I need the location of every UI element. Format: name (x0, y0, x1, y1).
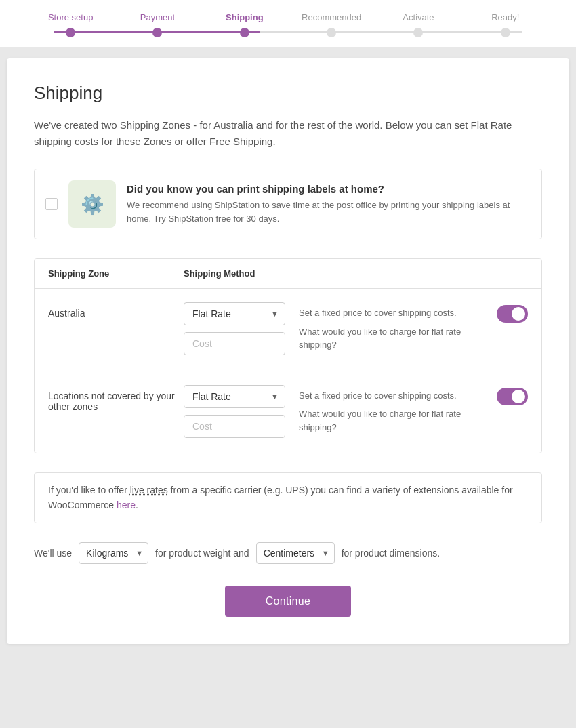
method-select-0[interactable]: Flat RateFree ShippingLocal Pickup (184, 302, 285, 325)
units-suffix: for product dimensions. (342, 548, 440, 559)
weight-select[interactable]: KilogramsPoundsGramsOunces (79, 542, 148, 564)
col-zone-header: Shipping Zone (48, 268, 184, 279)
table-row: AustraliaFlat RateFree ShippingLocal Pic… (35, 289, 541, 371)
toggle-1[interactable] (497, 388, 528, 405)
step-payment[interactable]: Payment (114, 12, 201, 47)
cost-input-1[interactable] (184, 415, 285, 438)
progress-bar: Store setupPaymentShippingRecommendedAct… (0, 0, 576, 47)
method-select-wrapper-0: Flat RateFree ShippingLocal Pickup▼ (184, 302, 285, 325)
toggle-slider-0 (497, 305, 528, 323)
step-ready[interactable]: Ready! (462, 12, 549, 47)
banner-title: Did you know you can print shipping labe… (127, 183, 531, 195)
intro-text: We've created two Shipping Zones - for A… (34, 117, 542, 150)
shipstation-checkbox[interactable] (45, 198, 58, 210)
step-shipping[interactable]: Shipping (201, 12, 288, 47)
toggle-slider-1 (497, 388, 528, 405)
page-title: Shipping (34, 83, 542, 104)
banner-body: We recommend using ShipStation to save t… (127, 199, 531, 225)
shipping-table: Shipping Zone Shipping Method AustraliaF… (34, 258, 542, 453)
desc-line1-0: Set a fixed price to cover shipping cost… (299, 306, 483, 320)
cost-input-0[interactable] (184, 332, 285, 355)
step-activate[interactable]: Activate (375, 12, 461, 47)
main-content: Shipping We've created two Shipping Zone… (7, 58, 569, 644)
here-link[interactable]: here (117, 500, 136, 510)
continue-button[interactable]: Continue (225, 586, 351, 617)
desc-line2-1: What would you like to charge for flat r… (299, 407, 483, 434)
live-rates-text-before: If you'd like to offer (48, 485, 130, 496)
step-recommended[interactable]: Recommended (288, 12, 375, 47)
method-select-wrapper-1: Flat RateFree ShippingLocal Pickup▼ (184, 385, 285, 408)
weight-select-wrapper: KilogramsPoundsGramsOunces ▼ (79, 542, 148, 564)
units-prefix: We'll use (34, 548, 72, 559)
step-dot-store-setup (66, 28, 75, 37)
live-rates-text-after: . (136, 500, 138, 510)
zone-name-1: Locations not covered by your other zone… (48, 385, 184, 412)
step-label-activate: Activate (403, 12, 434, 22)
method-desc-0: Set a fixed price to cover shipping cost… (299, 302, 483, 357)
method-config-1: Flat RateFree ShippingLocal Pickup▼Set a… (184, 385, 528, 440)
live-rates-link[interactable]: live rates (130, 485, 168, 496)
gear-icon: ⚙️ (81, 193, 104, 216)
dimension-select[interactable]: CentimetersInchesMillimetersYards (256, 542, 335, 564)
method-select-1[interactable]: Flat RateFree ShippingLocal Pickup (184, 385, 285, 408)
method-inputs-1: Flat RateFree ShippingLocal Pickup▼ (184, 385, 285, 438)
dimension-select-wrapper: CentimetersInchesMillimetersYards ▼ (256, 542, 335, 564)
table-header: Shipping Zone Shipping Method (35, 259, 541, 289)
step-label-store-setup: Store setup (48, 12, 94, 22)
method-config-0: Flat RateFree ShippingLocal Pickup▼Set a… (184, 302, 528, 357)
method-desc-1: Set a fixed price to cover shipping cost… (299, 385, 483, 440)
shipstation-banner: ⚙️ Did you know you can print shipping l… (34, 169, 542, 239)
step-dot-ready (501, 28, 510, 37)
shipstation-logo: ⚙️ (68, 180, 116, 228)
zone-name-0: Australia (48, 302, 184, 319)
toggle-0[interactable] (497, 305, 528, 323)
step-dot-recommended (327, 28, 336, 37)
step-dot-payment (152, 28, 162, 37)
live-rates-note: If you'd like to offer live rates from a… (34, 472, 542, 523)
step-label-ready: Ready! (491, 12, 519, 22)
step-store-setup[interactable]: Store setup (27, 12, 114, 47)
table-row: Locations not covered by your other zone… (35, 371, 541, 453)
banner-text: Did you know you can print shipping labe… (127, 183, 531, 225)
method-inputs-0: Flat RateFree ShippingLocal Pickup▼ (184, 302, 285, 355)
step-dot-shipping (240, 28, 249, 37)
step-dot-activate (413, 28, 423, 37)
step-label-shipping: Shipping (226, 12, 264, 22)
desc-line1-1: Set a fixed price to cover shipping cost… (299, 389, 483, 403)
col-method-header: Shipping Method (184, 268, 528, 279)
step-label-payment: Payment (140, 12, 175, 22)
step-label-recommended: Recommended (302, 12, 361, 22)
units-middle: for product weight and (155, 548, 249, 559)
units-row: We'll use KilogramsPoundsGramsOunces ▼ f… (34, 542, 542, 564)
desc-line2-0: What would you like to charge for flat r… (299, 325, 483, 352)
